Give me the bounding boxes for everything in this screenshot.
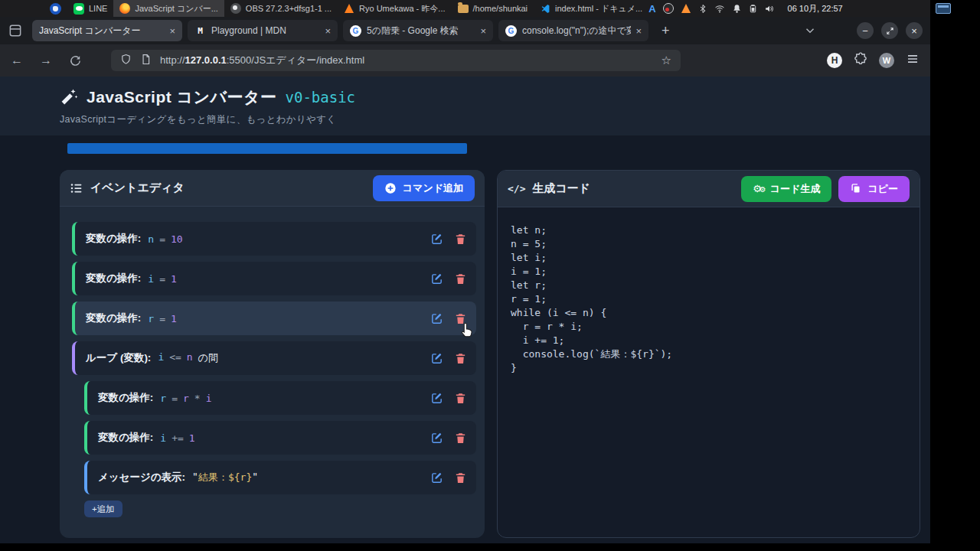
code-line: r = 1; <box>511 292 906 306</box>
generate-code-button[interactable]: ⚙⚙ コード生成 <box>741 176 831 202</box>
code-line: i += 1; <box>511 334 906 347</box>
tab-close-icon[interactable]: × <box>325 25 331 37</box>
copy-icon <box>850 183 861 194</box>
reload-button[interactable] <box>69 54 82 67</box>
battery-icon[interactable] <box>749 3 757 14</box>
magic-wand-icon <box>60 88 78 106</box>
tab-js-converter[interactable]: JavaScript コンバーター × <box>32 20 182 41</box>
delete-icon[interactable] <box>454 392 467 405</box>
delete-icon[interactable] <box>454 233 467 246</box>
mouse-cursor <box>459 321 476 338</box>
code-line: r = r * i; <box>511 320 906 334</box>
delete-icon[interactable] <box>454 272 467 285</box>
edit-icon[interactable] <box>430 312 443 325</box>
extension-h-icon[interactable]: H <box>827 53 842 68</box>
add-nested-button[interactable]: +追加 <box>84 500 122 517</box>
vscode-icon <box>540 3 550 14</box>
tab-title: console.log("n");の途中で変数 <box>522 24 631 37</box>
bluetooth-icon[interactable] <box>698 4 707 14</box>
tab-title: Playground | MDN <box>211 25 320 36</box>
delete-icon[interactable] <box>454 471 467 484</box>
code-line: console.log(`結果：${r}`); <box>511 347 906 361</box>
page-subtitle: JavaScriptコーディングをもっと簡単に、もっとわかりやすく <box>60 113 930 126</box>
tab-title: JavaScript コンバーター <box>39 24 165 37</box>
page-header: JavaScript コンバーター v0-basic JavaScriptコーデ… <box>0 77 930 135</box>
event-row-nested[interactable]: 変数の操作: r=r*i <box>84 381 476 415</box>
window-minimize-button[interactable]: − <box>857 22 874 39</box>
taskbar-label: LINE <box>89 4 107 13</box>
url-text[interactable]: http://127.0.0.1:5500/JSエディター/index.html <box>160 54 653 67</box>
tab-archive-icon[interactable] <box>8 23 23 38</box>
copy-button[interactable]: コピー <box>838 176 910 202</box>
wifi-icon[interactable] <box>714 4 725 14</box>
notifications-icon[interactable] <box>732 4 742 14</box>
browser-tab-bar: JavaScript コンバーター × M Playground | MDN ×… <box>0 17 930 44</box>
delete-icon[interactable] <box>454 352 467 365</box>
plus-circle-icon <box>384 182 397 194</box>
taskbar-item-firefox[interactable]: JavaScript コンバー... <box>113 0 224 17</box>
back-button[interactable]: ← <box>11 54 23 67</box>
browser-address-bar: ← → http://127.0.0.1:5500/JSエディター/index.… <box>0 44 930 77</box>
code-line: let i; <box>511 251 906 265</box>
extensions-puzzle-icon[interactable] <box>854 52 867 69</box>
edit-icon[interactable] <box>430 392 443 405</box>
volume-icon[interactable] <box>764 4 775 14</box>
tab-mdn-playground[interactable]: M Playground | MDN × <box>188 20 338 41</box>
edit-icon[interactable] <box>430 233 443 246</box>
bookmark-star-icon[interactable]: ☆ <box>662 54 671 67</box>
taskbar-label: OBS 27.2.3+dfsg1-1 ... <box>246 4 332 13</box>
clock[interactable]: 06 10月, 22:57 <box>788 3 843 15</box>
shield-icon[interactable] <box>120 54 132 68</box>
event-row-nested[interactable]: 変数の操作: i+=1 <box>84 421 476 455</box>
web-page: JavaScript コンバーター v0-basic JavaScriptコーデ… <box>0 77 930 543</box>
google-favicon: G <box>505 25 517 37</box>
system-tray: A 06 10月, 22:57 <box>648 3 952 15</box>
code-line: let r; <box>511 279 906 292</box>
edit-icon[interactable] <box>430 272 443 285</box>
tab-google-search-2[interactable]: G console.log("n");の途中で変数 × <box>498 20 648 41</box>
message-row[interactable]: メッセージの表示: "結果：${r}" <box>84 461 476 494</box>
taskbar-label: /home/shunkai <box>473 4 528 13</box>
edit-icon[interactable] <box>430 471 443 484</box>
tab-close-icon[interactable]: × <box>480 25 486 37</box>
event-editor-panel: イベントエディタ コマンド追加 変数の操作: n=10 <box>60 170 485 538</box>
google-favicon: G <box>350 25 361 37</box>
page-info-icon[interactable] <box>140 54 152 68</box>
menu-icon[interactable] <box>906 52 920 69</box>
edit-icon[interactable] <box>430 432 443 445</box>
vlc-tray-icon[interactable] <box>681 3 691 14</box>
taskbar-item-line[interactable]: LINE <box>67 0 113 17</box>
ime-indicator[interactable]: A <box>648 3 655 15</box>
taskbar-item-vscode[interactable]: index.html - ドキュメ... <box>534 0 648 17</box>
forward-button[interactable]: → <box>40 54 52 67</box>
tab-close-icon[interactable]: × <box>169 25 175 37</box>
delete-icon[interactable] <box>454 432 467 445</box>
tab-list-chevron-icon[interactable] <box>803 24 817 37</box>
code-output[interactable]: let n; n = 5; let i; i = 1; let r; r = 1… <box>498 207 920 391</box>
window-close-button[interactable]: × <box>906 22 923 39</box>
loop-row[interactable]: ループ (変数): i<=nの間 <box>72 341 476 375</box>
new-tab-button[interactable]: + <box>662 23 670 39</box>
taskbar-item-obs[interactable]: OBS 27.2.3+dfsg1-1 ... <box>224 0 338 17</box>
profile-avatar[interactable]: W <box>879 53 894 68</box>
event-row[interactable]: 変数の操作: i=1 <box>72 262 476 295</box>
taskbar-label: JavaScript コンバー... <box>135 3 217 15</box>
code-line: i = 1; <box>511 265 906 279</box>
obs-tray-icon[interactable] <box>663 3 674 14</box>
taskbar-label: Ryo Umekawa - 昨今... <box>359 3 445 15</box>
taskbar-label: index.html - ドキュメ... <box>555 3 642 15</box>
tab-close-icon[interactable]: × <box>635 25 642 37</box>
taskbar-item-files[interactable]: /home/shunkai <box>452 0 534 17</box>
window-restore-button[interactable] <box>881 22 898 39</box>
taskbar-app-menu[interactable] <box>44 0 67 17</box>
tab-google-search[interactable]: G 5の階乗 - Google 検索 × <box>343 20 493 41</box>
event-row-hovered[interactable]: 変数の操作: r=1 <box>72 302 476 335</box>
edit-icon[interactable] <box>430 352 443 365</box>
code-line: let n; <box>511 223 906 237</box>
taskbar-item-vlc[interactable]: Ryo Umekawa - 昨今... <box>338 0 451 17</box>
event-row[interactable]: 変数の操作: n=10 <box>72 222 476 256</box>
add-command-button[interactable]: コマンド追加 <box>373 175 475 201</box>
url-bar[interactable]: http://127.0.0.1:5500/JSエディター/index.html… <box>111 50 681 71</box>
tab-title: 5の階乗 - Google 検索 <box>367 24 475 37</box>
show-desktop-icon[interactable] <box>936 3 951 14</box>
